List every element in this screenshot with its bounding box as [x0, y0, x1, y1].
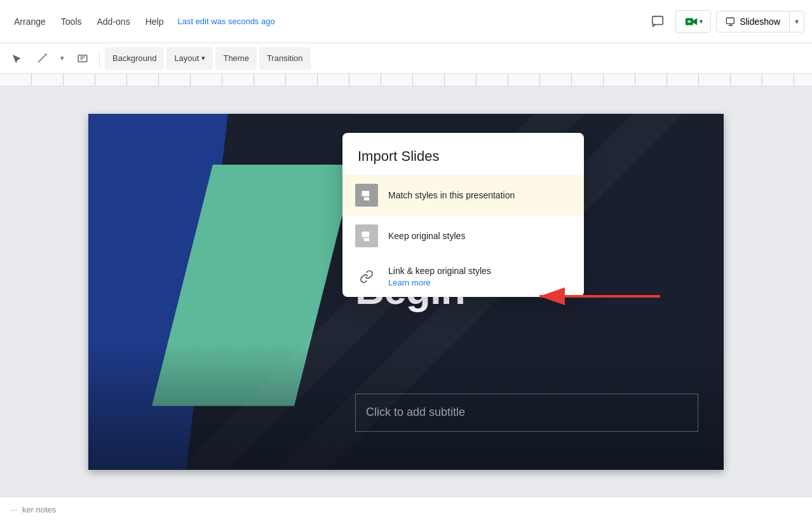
svg-rect-0	[653, 16, 663, 24]
menu-help[interactable]: Help	[139, 13, 170, 31]
keep-style-label: Keep original styles	[388, 231, 465, 241]
red-arrow-annotation	[533, 287, 667, 306]
learn-more-link[interactable]: Learn more	[388, 278, 491, 287]
menu-tools[interactable]: Tools	[55, 13, 88, 31]
import-option-match[interactable]: Match styles in this presentation	[342, 175, 584, 216]
background-button[interactable]: Background	[105, 47, 164, 70]
menu-addons[interactable]: Add-ons	[91, 13, 137, 31]
content-area: Begin Click to add subtitle Import Slide…	[0, 86, 812, 497]
import-slides-dialog: Import Slides Match styles in this prese…	[342, 133, 584, 297]
top-right-controls: ▾ Slideshow ▾	[645, 9, 804, 34]
slideshow-label: Slideshow	[740, 17, 780, 27]
slide-subtitle-box[interactable]: Click to add subtitle	[355, 394, 698, 432]
google-meet-button[interactable]: ▾	[675, 10, 711, 33]
transition-button[interactable]: Transition	[259, 47, 311, 70]
svg-rect-15	[364, 238, 369, 241]
menu-arrange[interactable]: Arrange	[8, 13, 52, 31]
speaker-notes-label: ker notes	[22, 505, 56, 514]
speaker-notes-bar[interactable]: ··· ker notes	[0, 497, 812, 522]
slideshow-button-group: Slideshow ▾	[716, 11, 804, 32]
link-style-label: Link & keep original styles	[388, 266, 491, 276]
svg-rect-14	[362, 231, 370, 237]
link-icon	[355, 265, 378, 288]
ruler	[0, 74, 812, 86]
slide-canvas[interactable]: Begin Click to add subtitle Import Slide…	[88, 114, 724, 470]
toolbar: ▾ Background Layout ▾ Theme Transition	[0, 43, 812, 74]
match-style-icon	[355, 184, 378, 207]
svg-marker-4	[693, 18, 696, 25]
svg-rect-5	[687, 20, 691, 23]
text-box-button[interactable]	[71, 47, 94, 70]
slideshow-start-button[interactable]: Slideshow	[717, 11, 790, 32]
slide-area[interactable]: Begin Click to add subtitle Import Slide…	[0, 86, 812, 497]
import-dialog-title: Import Slides	[342, 133, 584, 175]
line-dropdown-button[interactable]: ▾	[56, 47, 69, 70]
svg-rect-12	[362, 191, 370, 196]
layout-button[interactable]: Layout ▾	[166, 47, 213, 70]
slide-subtitle-placeholder: Click to add subtitle	[366, 406, 465, 419]
theme-button[interactable]: Theme	[215, 47, 256, 70]
select-tool-button[interactable]	[5, 47, 28, 70]
line-tool-button[interactable]	[30, 47, 53, 70]
keep-style-icon	[355, 224, 378, 247]
svg-rect-6	[727, 18, 734, 24]
ruler-markings	[0, 74, 812, 86]
svg-rect-13	[364, 197, 369, 200]
import-option-keep[interactable]: Keep original styles	[342, 216, 584, 256]
comment-button[interactable]	[645, 9, 670, 34]
slideshow-dropdown-button[interactable]: ▾	[790, 12, 804, 31]
match-style-label: Match styles in this presentation	[388, 190, 515, 200]
svg-line-7	[38, 55, 46, 62]
last-edit-status: Last edit was seconds ago	[177, 17, 274, 26]
top-bar: Arrange Tools Add-ons Help Last edit was…	[0, 0, 812, 43]
menu-bar: Arrange Tools Add-ons Help Last edit was…	[8, 13, 645, 31]
speaker-notes-dots: ···	[10, 505, 17, 514]
